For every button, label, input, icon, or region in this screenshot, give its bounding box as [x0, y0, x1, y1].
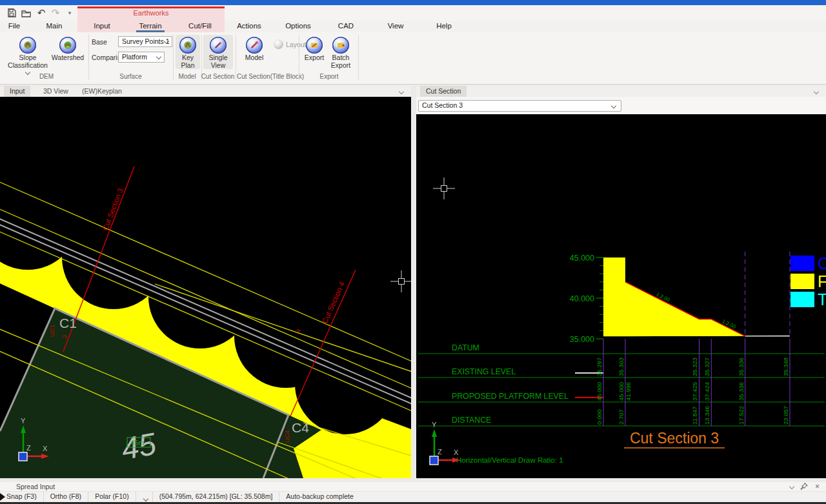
redo-icon[interactable]: ↷ — [49, 6, 62, 19]
right-panel-tabbar: Cut Section — [416, 86, 826, 97]
table-row-label: PROPOSED PLATFORM LEVEL — [452, 392, 569, 401]
single-view-button[interactable]: Single View — [203, 35, 233, 69]
existing-level-value: 35.348 — [782, 358, 789, 376]
section-selector-combobox[interactable]: Cut Section 3 — [418, 100, 621, 112]
table-row-label: EXISTING LEVEL — [452, 367, 516, 376]
legend-label: F — [818, 272, 826, 290]
distance-value: 17.522 — [738, 406, 745, 425]
watershed-icon — [59, 37, 76, 54]
x-axis-label: X — [454, 449, 459, 456]
table-row-label: DISTANCE — [452, 416, 491, 425]
doc-tab-cut-section[interactable]: Cut Section — [420, 86, 467, 97]
titleblock-model-button[interactable]: Model — [240, 35, 268, 61]
titleblock-model-label: Model — [245, 54, 264, 61]
watershed-button[interactable]: Watershed — [50, 35, 85, 61]
doc-tab-3dview[interactable]: 3D View — [37, 86, 74, 97]
customize-qat-icon[interactable]: ▾ — [63, 6, 76, 19]
ortho-toggle[interactable]: Ortho (F8) — [44, 492, 88, 502]
snap-toggle[interactable]: Snap (F3) — [0, 492, 44, 502]
crosshair-cursor — [390, 270, 411, 292]
single-view-label-1: Single — [208, 54, 227, 61]
proposed-level-value: 37.424 — [703, 382, 710, 401]
cut-section-canvas[interactable]: 45.00040.00035.000DATUMEXISTING LEVELPRO… — [416, 114, 826, 478]
panel-divider[interactable] — [411, 86, 416, 478]
distance-value: 2.707 — [618, 409, 625, 425]
polar-toggle[interactable]: Polar (F10) — [88, 492, 136, 502]
z-axis-label: Z — [438, 448, 442, 456]
doc-tab-keyplan[interactable]: (EW)Keyplan — [76, 86, 128, 97]
group-caption-surface: Surface — [90, 73, 171, 81]
y-axis-tick-label: 35.000 — [570, 335, 594, 344]
legend-label: T — [818, 290, 826, 308]
base-label: Base — [92, 38, 107, 46]
existing-level-value: 35.323 — [691, 358, 698, 376]
status-bar: Snap (F3) Ortho (F8) Polar (F10) (504.79… — [0, 492, 826, 502]
tab-cutfill[interactable]: Cut/Fill — [183, 21, 217, 32]
polar-chevron-icon[interactable] — [136, 492, 153, 502]
batch-export-label-2: Export — [331, 61, 350, 69]
corner-uc4-label: UC4 — [283, 430, 290, 443]
crosshair-cursor — [433, 177, 455, 199]
group-caption-titleblock: Cut Section(Title Block) — [236, 73, 305, 81]
undo-icon[interactable]: ↶ — [35, 6, 48, 19]
y-axis-tick-label: 45.000 — [570, 254, 594, 263]
slope-classification-icon — [19, 37, 36, 54]
contextual-group-label: Earthworks — [77, 9, 225, 18]
tab-options[interactable]: Options — [281, 21, 315, 32]
batch-export-button[interactable]: Batch Export — [327, 35, 355, 69]
right-panel-menu-chevron-icon[interactable] — [814, 89, 819, 94]
tab-view[interactable]: View — [380, 21, 411, 32]
z-axis-label: Z — [26, 444, 31, 452]
tab-main[interactable]: Main — [39, 21, 70, 32]
command-prompt-arrow-icon — [0, 493, 5, 501]
base-combobox[interactable]: Survey Points 1 — [118, 36, 172, 47]
existing-level-value: 35.297 — [596, 358, 603, 376]
contour-tag-label: 45m — [130, 439, 144, 447]
y-axis-tick-label: 40.000 — [570, 294, 594, 303]
left-panel-menu-chevron-icon[interactable] — [399, 89, 404, 94]
section-selector-row: Cut Section 3 — [416, 97, 826, 114]
slope-classification-button[interactable]: Slope Classification — [8, 35, 48, 77]
ribbon-tab-row: File Main Input Terrain Cut/Fill Actions… — [0, 21, 826, 32]
keyplan-canvas[interactable]: Cut Section 3 Cut Section 4 3 4 UC1 C1 U… — [0, 97, 411, 478]
proposed-level-value: 45.000 — [596, 382, 603, 401]
legend-label: C — [818, 254, 826, 272]
origin-square — [19, 452, 27, 461]
key-plan-button[interactable]: Key Plan — [176, 35, 200, 69]
close-icon[interactable]: × — [815, 482, 820, 491]
pin-icon[interactable] — [800, 482, 808, 492]
origin-square — [430, 456, 438, 465]
y-axis-label: Y — [432, 421, 437, 428]
tab-actions[interactable]: Actions — [232, 21, 266, 32]
distance-value: 23.057 — [782, 406, 789, 425]
open-folder-icon[interactable] — [19, 6, 32, 19]
export-button[interactable]: Export — [302, 35, 327, 61]
tab-file[interactable]: File — [0, 21, 28, 32]
x-axis-label: X — [43, 445, 48, 452]
tab-cad[interactable]: CAD — [330, 21, 361, 32]
key-plan-icon — [179, 37, 196, 54]
watershed-label: Watershed — [52, 54, 84, 61]
corner-c4-label: C4 — [292, 420, 309, 435]
batch-export-label-1: Batch — [332, 54, 350, 61]
group-caption-export: Export — [301, 73, 358, 81]
spread-input-label: Spread Input — [16, 483, 55, 490]
existing-level-value: 35.336 — [738, 358, 745, 376]
batch-export-icon — [332, 37, 349, 54]
distance-value: 0.000 — [596, 409, 603, 425]
comparison-combobox[interactable]: Platform — [118, 52, 165, 63]
key-plan-label-2: Plan — [181, 61, 194, 69]
tab-input[interactable]: Input — [85, 21, 119, 32]
legend-swatch — [791, 274, 814, 289]
spread-chevron-icon[interactable] — [789, 484, 794, 489]
export-label: Export — [305, 54, 324, 61]
proposed-level-value: 41.996 — [625, 382, 632, 401]
group-caption-model: Model — [173, 73, 201, 81]
table-row-label: DATUM — [452, 343, 479, 352]
save-icon[interactable] — [5, 6, 18, 19]
doc-tab-input[interactable]: Input — [4, 86, 30, 97]
group-caption-dem: DEM — [8, 73, 85, 81]
tab-help[interactable]: Help — [428, 21, 459, 32]
single-view-icon — [210, 37, 227, 54]
key-plan-label-1: Key — [182, 54, 194, 61]
